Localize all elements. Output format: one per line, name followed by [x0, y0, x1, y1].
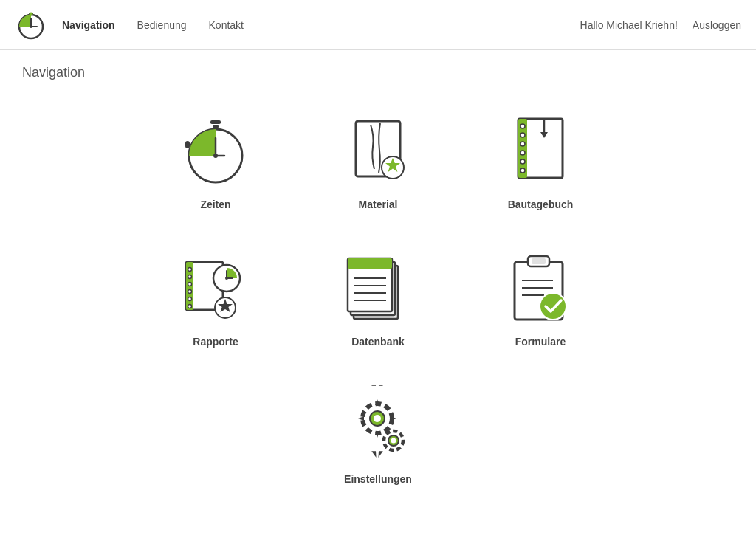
nav-kontakt[interactable]: Kontakt	[209, 19, 244, 31]
svg-point-56	[374, 415, 381, 422]
grid-row-3: Einstellungen	[326, 385, 430, 485]
nav-item-material[interactable]: Material	[326, 110, 430, 210]
nav-item-zeiten[interactable]: Zeiten	[164, 110, 267, 210]
svg-point-21	[520, 151, 525, 155]
nav-item-einstellungen[interactable]: Einstellungen	[326, 385, 430, 485]
grid-row-2: Rapporte	[164, 247, 592, 348]
svg-point-5	[30, 12, 33, 15]
app-header: Navigation Bedienung Kontakt Hallo Micha…	[0, 0, 756, 50]
formulare-label: Formulare	[515, 336, 566, 348]
main-nav: Navigation Bedienung Kontakt	[62, 19, 244, 31]
svg-rect-10	[213, 125, 219, 128]
rapporte-label: Rapporte	[193, 336, 238, 348]
nav-item-datenbank[interactable]: Datenbank	[326, 247, 430, 348]
svg-point-9	[213, 154, 218, 158]
grid-row-1: Zeiten Material	[164, 110, 592, 210]
app-logo[interactable]	[15, 9, 47, 41]
svg-point-30	[188, 283, 192, 286]
nav-item-rapporte[interactable]: Rapporte	[164, 247, 267, 348]
svg-point-28	[188, 268, 192, 272]
material-label: Material	[359, 199, 398, 210]
einstellungen-icon	[337, 385, 419, 466]
svg-rect-50	[532, 258, 546, 264]
header-right: Hallo Michael Kriehn! Ausloggen	[580, 19, 741, 31]
formulare-icon	[500, 247, 581, 328]
svg-point-31	[188, 290, 192, 294]
nav-item-bautagebuch[interactable]: Bautagebuch	[489, 110, 592, 210]
main-content: Navigation	[0, 50, 756, 555]
svg-point-23	[520, 168, 525, 173]
nav-navigation[interactable]: Navigation	[62, 19, 115, 31]
datenbank-label: Datenbank	[351, 336, 405, 348]
svg-point-54	[540, 293, 566, 320]
page-title: Navigation	[22, 65, 734, 80]
nav-item-formulare[interactable]: Formulare	[489, 247, 592, 348]
user-greeting: Hallo Michael Kriehn!	[580, 19, 678, 31]
svg-point-37	[225, 277, 228, 280]
einstellungen-label: Einstellungen	[344, 473, 412, 485]
rapporte-icon	[175, 247, 256, 328]
svg-rect-11	[210, 120, 221, 124]
zeiten-label: Zeiten	[200, 199, 230, 210]
svg-point-19	[520, 133, 525, 137]
svg-rect-12	[185, 141, 190, 148]
svg-point-20	[520, 142, 525, 146]
bautagebuch-icon	[500, 110, 581, 191]
svg-point-4	[30, 25, 32, 28]
svg-point-59	[391, 438, 396, 444]
material-icon	[337, 110, 419, 191]
logout-button[interactable]: Ausloggen	[693, 19, 741, 31]
datenbank-icon	[337, 247, 419, 328]
nav-bedienung[interactable]: Bedienung	[137, 19, 187, 31]
navigation-grid: Zeiten Material	[22, 110, 734, 522]
zeiten-icon	[175, 110, 256, 191]
svg-point-29	[188, 275, 192, 279]
bautagebuch-label: Bautagebuch	[508, 199, 574, 210]
svg-point-18	[520, 124, 525, 128]
svg-rect-43	[348, 258, 392, 269]
svg-point-32	[188, 297, 192, 301]
svg-point-22	[520, 159, 525, 164]
svg-point-33	[188, 305, 192, 308]
